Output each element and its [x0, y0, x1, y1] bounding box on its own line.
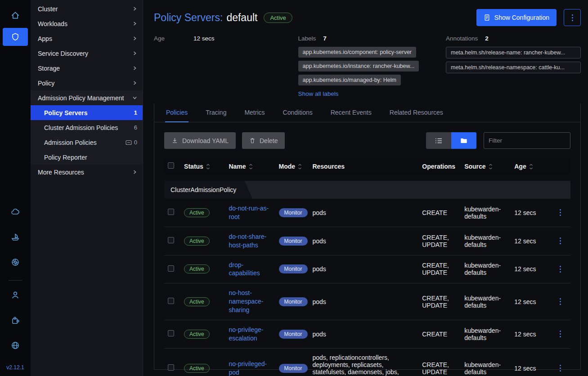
column-header-name[interactable]: Name [225, 158, 275, 175]
row-checkbox[interactable] [168, 265, 174, 272]
download-icon [171, 137, 178, 144]
table-row: Active no-host-namespace-sharing Monitor… [164, 283, 570, 320]
row-actions-button[interactable] [554, 365, 567, 372]
globe-button[interactable] [5, 336, 25, 354]
column-header-status[interactable]: Status [180, 158, 225, 175]
mode-badge: Monitor [279, 330, 308, 339]
kebab-icon [560, 209, 561, 216]
age-cell: 12 secs [511, 227, 550, 255]
status-badge: Active [184, 264, 210, 273]
trash-icon [249, 137, 256, 144]
policy-name-link[interactable]: do-not-run-as-root [229, 205, 269, 220]
ship-icon [10, 232, 20, 242]
sidebar-item-policy-reporter[interactable]: Policy Reporter [31, 150, 143, 165]
age-label: Age [154, 35, 193, 42]
kubewarden-nav-button[interactable] [3, 28, 28, 46]
row-actions-button[interactable] [554, 331, 567, 337]
sort-icon [206, 164, 210, 170]
tab-metrics[interactable]: Metrics [243, 103, 265, 122]
page-header: Policy Servers: default Active Show Conf… [154, 9, 581, 26]
wheel-button[interactable] [5, 253, 25, 271]
resource-details: Age 12 secs Labels 7 app.kubernetes.io/c… [154, 35, 581, 97]
tab-bar: Policies Tracing Metrics Conditions Rece… [154, 103, 580, 122]
row-checkbox[interactable] [168, 237, 174, 243]
sidebar-item-workloads[interactable]: Workloads [31, 16, 143, 31]
chevron-right-icon [132, 66, 137, 71]
tab-recent-events[interactable]: Recent Events [330, 103, 373, 122]
kebab-icon [560, 237, 561, 244]
header-actions-menu-button[interactable] [564, 9, 581, 26]
resources-cell: pods [309, 199, 418, 227]
chevron-down-icon [132, 95, 137, 100]
delete-button[interactable]: Delete [242, 132, 285, 149]
sidebar-item-policy-servers[interactable]: Policy Servers 1 [31, 105, 143, 120]
policy-name-link[interactable]: no-privilege-escalation [229, 326, 263, 342]
filter-input[interactable] [484, 132, 570, 149]
status-badge: Active [184, 237, 210, 246]
column-header-source[interactable]: Source [461, 158, 511, 175]
policy-name-link[interactable]: no-host-namespace-sharing [229, 289, 263, 313]
show-all-labels-link[interactable]: Show all labels [298, 90, 339, 97]
policy-name-link[interactable]: do-not-share-host-paths [229, 233, 266, 249]
user-icon [10, 290, 20, 300]
operations-cell: CREATE [418, 199, 461, 227]
sidebar-item-cluster[interactable]: Cluster [31, 1, 143, 16]
sidebar-item-admission-policy-management[interactable]: Admission Policy Management [31, 90, 143, 105]
ship-button[interactable] [5, 228, 25, 246]
download-yaml-button[interactable]: Download YAML [164, 132, 236, 149]
tab-conditions[interactable]: Conditions [282, 103, 314, 122]
row-checkbox[interactable] [168, 364, 174, 371]
sidebar-item-label: More Resources [38, 169, 84, 176]
column-header-resources: Resources [309, 158, 418, 175]
grouped-view-button[interactable] [451, 132, 476, 149]
user-button[interactable] [5, 286, 25, 304]
sidebar-item-apps[interactable]: Apps [31, 31, 143, 46]
row-actions-button[interactable] [554, 209, 567, 216]
cloud-button[interactable] [5, 203, 25, 221]
chevron-right-icon [132, 51, 137, 56]
wheel-icon [10, 257, 20, 267]
column-header-mode[interactable]: Mode [275, 158, 309, 175]
row-actions-button[interactable] [554, 237, 567, 244]
show-configuration-button[interactable]: Show Configuration [476, 9, 557, 26]
row-actions-button[interactable] [554, 266, 567, 273]
label-chip: app.kubernetes.io/component: policy-serv… [298, 47, 417, 58]
chevron-right-icon [132, 36, 137, 41]
policy-name-link[interactable]: drop-capabilities [229, 261, 260, 277]
sidebar-item-storage[interactable]: Storage [31, 61, 143, 76]
policy-name-link[interactable]: no-privileged-pod [229, 360, 267, 376]
home-button[interactable] [5, 6, 25, 24]
main-content: Policy Servers: default Active Show Conf… [143, 0, 588, 376]
kebab-icon [560, 266, 561, 273]
row-checkbox[interactable] [168, 298, 174, 304]
document-icon [484, 14, 490, 21]
row-checkbox[interactable] [168, 330, 174, 336]
view-toggle-group [426, 132, 476, 149]
extensions-button[interactable] [5, 311, 25, 329]
sidebar-item-more-resources[interactable]: More Resources [31, 165, 143, 179]
operations-cell: CREATE, UPDATE [418, 255, 461, 283]
select-all-checkbox[interactable] [168, 162, 174, 169]
sidebar-item-cluster-admission-policies[interactable]: Cluster Admission Policies 6 [31, 120, 143, 135]
sidebar-item-service-discovery[interactable]: Service Discovery [31, 46, 143, 61]
sidebar-item-admission-policies[interactable]: Admission Policies 0 [31, 135, 143, 150]
chevron-right-icon [132, 21, 137, 26]
column-header-age[interactable]: Age [511, 158, 550, 175]
mode-badge: Monitor [279, 264, 308, 273]
row-actions-button[interactable] [554, 298, 567, 305]
annotation-chip: meta.helm.sh/release-namespace: cattle-k… [446, 62, 581, 73]
page-title-type: Policy Servers: [154, 12, 223, 24]
sidebar-item-policy[interactable]: Policy [31, 76, 143, 90]
status-badge: Active [264, 13, 292, 23]
column-header-operations: Operations [418, 158, 461, 175]
row-checkbox[interactable] [168, 209, 174, 215]
list-view-button[interactable] [426, 132, 451, 149]
tab-tracing[interactable]: Tracing [205, 103, 227, 122]
chevron-right-icon [132, 81, 137, 85]
operations-cell: CREATE, UPDATE [418, 283, 461, 320]
sidebar-item-label: Policy Reporter [44, 154, 87, 161]
sidebar-item-label: Cluster Admission Policies [44, 124, 118, 131]
tab-related-resources[interactable]: Related Resources [389, 103, 444, 122]
tab-policies[interactable]: Policies [165, 103, 189, 122]
count-badge: 6 [134, 124, 137, 131]
